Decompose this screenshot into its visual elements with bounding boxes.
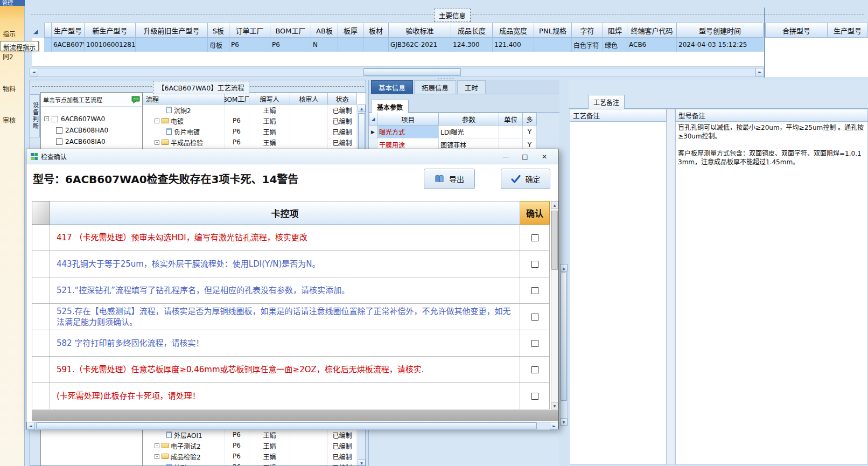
process-row[interactable]: 外形2P6王娟已编制 — [143, 462, 358, 466]
row-cell-0[interactable]: 6ACB607WA0 — [52, 38, 85, 52]
tab-process-notes[interactable]: 工艺备注 — [588, 95, 625, 109]
tree-item-1[interactable]: 2ACB608IA0 — [41, 136, 142, 147]
row-cell-8[interactable] — [363, 38, 389, 52]
param-value-cell[interactable]: LDI曝光 — [439, 126, 499, 138]
check-row-5[interactable]: 591.（卡死需处理）任意芯板厚度≥0.46mm或芯板铜厚任意一面≥2OZ，棕化… — [32, 357, 550, 383]
tree-checkbox[interactable] — [56, 127, 62, 134]
main-grid-selected-row[interactable]: 6ACB607WA010010600128140母板P6P6NGJB362C-2… — [44, 38, 764, 52]
column-header-10[interactable]: 成品长度 — [451, 23, 493, 38]
scroll-up-icon[interactable]: ▲ — [560, 264, 568, 272]
column-header-4[interactable]: 订单工厂 — [229, 23, 270, 38]
scrollbar-thumb[interactable] — [551, 211, 558, 270]
scrollbar-track[interactable] — [551, 208, 558, 402]
check-row-1[interactable]: 443孔铜大于等于25um，核实外层干膜流程处：使用LDI(Y/N)是否为N。 — [32, 251, 550, 277]
column-header-16[interactable]: 型号创建时间 — [677, 23, 764, 38]
param-unit-cell[interactable] — [499, 126, 523, 138]
column-header-merge-model[interactable]: 合拼型号 — [765, 23, 828, 38]
column-header-11[interactable]: 成品宽度 — [493, 23, 534, 38]
sidebar-item-3[interactable]: 审核 — [3, 115, 24, 124]
column-header-0[interactable]: 生产型号 — [52, 23, 85, 38]
row-cell-11[interactable]: 121.400 — [493, 38, 534, 52]
column-header-writer[interactable]: 编写人 — [249, 93, 290, 105]
confirm-checkbox[interactable] — [531, 393, 538, 400]
column-header-8[interactable]: 板材 — [363, 23, 389, 38]
column-header-5[interactable]: BOM工厂 — [270, 23, 311, 38]
column-header-1[interactable]: 新生产型号 — [85, 23, 136, 38]
column-header-7[interactable]: 板厚 — [338, 23, 363, 38]
dialog-titlebar[interactable]: 检查确认 — □ ✕ — [26, 149, 558, 164]
confirm-checkbox[interactable] — [531, 234, 538, 241]
param-row-0[interactable]: ▶曝光方式LDI曝光Y — [369, 126, 559, 138]
column-header-15[interactable]: 终端客户代码 — [627, 23, 677, 38]
process-row[interactable]: -电子测试2P6王娟已编制 — [143, 440, 358, 451]
scrollbar-thumb[interactable] — [36, 422, 537, 429]
tab-basic-params[interactable]: 基本参数 — [371, 100, 409, 113]
scrollbar-thumb[interactable] — [561, 273, 567, 401]
model-notes-body[interactable]: 盲孔孔铜可以减低，按最小≥20um，平均≥25um控制 。通孔按≥30um控制。… — [675, 122, 868, 465]
column-header-9[interactable]: 验收标准 — [389, 23, 451, 38]
row-cell-6[interactable]: N — [311, 38, 338, 52]
grid-indicator-header[interactable] — [44, 23, 52, 38]
confirm-checkbox[interactable] — [531, 287, 538, 294]
row-cell-13[interactable]: 白色字符 — [572, 38, 603, 52]
column-header-12[interactable]: PNL规格 — [534, 23, 572, 38]
maximize-button[interactable]: □ — [515, 151, 535, 163]
confirm-checkbox[interactable] — [531, 261, 538, 268]
row-cell-10[interactable]: 124.300 — [451, 38, 493, 52]
column-header-2[interactable]: 升级前旧生产型号 — [136, 23, 208, 38]
confirm-button[interactable]: 确定 — [501, 169, 550, 189]
tab-basic-info[interactable]: 基本信息 — [371, 80, 413, 94]
row-cell-2[interactable] — [136, 38, 208, 52]
dialog-vscrollbar[interactable]: ▲ ▼ — [551, 201, 558, 409]
row-cell-9[interactable]: GJB362C-2021 — [389, 38, 451, 52]
process-row[interactable]: -电镀P6王娟已编制 — [143, 115, 366, 126]
process-row[interactable]: 沉铜2王娟已编制 — [143, 105, 366, 115]
check-row-2[interactable]: 521.“控深钻孔”流程填写了钻孔程序名，但是相应的孔表没有参数，请核实添加。 — [32, 277, 550, 304]
row-cell-3[interactable]: 母板 — [208, 38, 229, 52]
row-cell-1[interactable]: 10010600128140 — [85, 38, 136, 52]
param-item-cell[interactable]: 曝光方式 — [377, 126, 439, 138]
column-header-3[interactable]: S板 — [208, 23, 229, 38]
column-header-param[interactable]: 参数 — [439, 113, 499, 126]
row-cell-7[interactable] — [338, 38, 363, 52]
row-cell-14[interactable]: 绿色 — [603, 38, 627, 52]
column-header-status[interactable]: 状态 — [328, 93, 357, 105]
process-notes-body[interactable] — [570, 122, 667, 465]
sidebar-item-2[interactable]: 物料 — [3, 84, 24, 93]
scroll-left-icon[interactable]: ◄ — [30, 68, 38, 76]
tree-root[interactable]: -6ACB607WA0 — [41, 113, 142, 124]
tree-checkbox[interactable] — [52, 116, 58, 122]
side-tab-device[interactable]: 设备判断 — [30, 94, 40, 137]
tab-extended-info[interactable]: 拓展信息 — [414, 80, 456, 94]
tab-work-hours[interactable]: 工时 — [457, 80, 486, 94]
column-header-multi[interactable]: 多 — [523, 113, 537, 126]
confirm-checkbox[interactable] — [531, 366, 538, 373]
export-button[interactable]: 导出 — [424, 169, 475, 189]
scrollbar-track[interactable] — [38, 68, 755, 76]
process-row[interactable]: 外层AOI1P6王娟已编制 — [143, 429, 358, 440]
scroll-left-icon[interactable]: ◄ — [26, 422, 35, 430]
column-header-prod-model[interactable]: 生产型号 — [828, 23, 868, 38]
expander-icon[interactable]: - — [155, 454, 159, 459]
process-row[interactable]: -成品检验2P6王娟已编制 — [143, 451, 358, 462]
scroll-right-icon[interactable]: ► — [755, 68, 764, 76]
scroll-right-icon[interactable]: ► — [550, 422, 558, 430]
scroll-down-icon[interactable]: ▼ — [358, 459, 366, 466]
confirm-checkbox[interactable] — [531, 314, 538, 321]
scroll-up-icon[interactable]: ▲ — [551, 201, 558, 208]
column-header-reviewer[interactable]: 核审人 — [290, 93, 328, 105]
check-row-6[interactable]: (卡死需处理)此板存在卡死项，请处理！ — [32, 383, 550, 409]
expander-icon[interactable]: - — [155, 140, 159, 145]
expander-icon[interactable]: - — [155, 119, 159, 123]
column-header-14[interactable]: 阻焊 — [603, 23, 627, 38]
scroll-down-icon[interactable]: ▼ — [551, 402, 558, 409]
scroll-up-icon[interactable]: ▲ — [358, 105, 366, 112]
scroll-down-icon[interactable]: ▼ — [560, 418, 568, 426]
scrollbar-track[interactable] — [560, 272, 568, 418]
process-row[interactable]: -半成品检验P6王娟已编制 — [143, 137, 366, 148]
scrollbar-track[interactable] — [35, 422, 550, 430]
row-cell-15[interactable]: ACB6 — [627, 38, 677, 52]
expander-icon[interactable]: - — [155, 443, 159, 448]
sidebar-item-0[interactable]: 指示 — [3, 29, 24, 38]
sidebar-item-1[interactable]: 同2 — [3, 52, 24, 61]
